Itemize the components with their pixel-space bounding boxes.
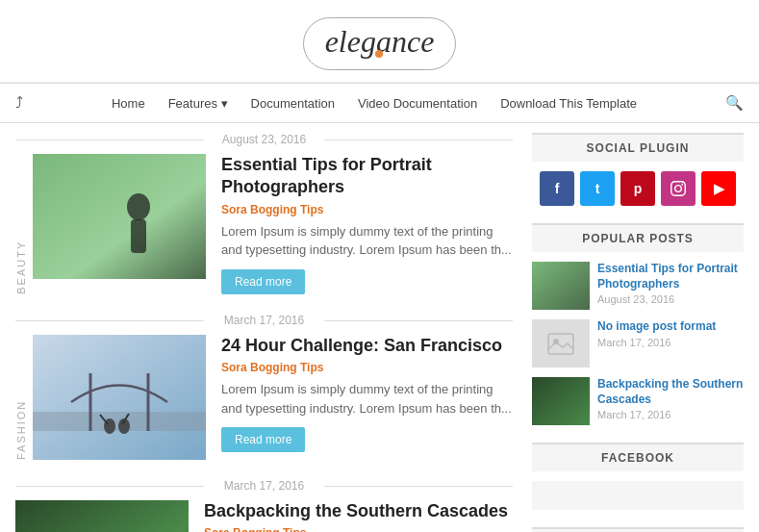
page-container: August 23, 2016 Beauty	[0, 123, 759, 532]
social-icons: f t p ▶	[532, 171, 744, 206]
article-image	[15, 500, 189, 532]
article-author: Sora Bogging Tips	[221, 203, 513, 216]
article-body: Backpacking the Southern Cascades Sora B…	[204, 500, 513, 532]
popular-post-item: Essential Tips for Portrait Photographer…	[532, 262, 744, 310]
popular-post-info: Essential Tips for Portrait Photographer…	[597, 262, 744, 305]
article-body: Essential Tips for Portrait Photographer…	[221, 154, 513, 294]
facebook-title: FACEBOOK	[532, 443, 744, 471]
category-label: Beauty	[15, 154, 27, 294]
navigation: ⤴ Home Features ▾ Documentation Video Do…	[0, 83, 759, 123]
popular-post-image	[532, 377, 590, 425]
popular-post-info: No image post format March 17, 2016	[597, 319, 716, 348]
social-plugin-section: SOCIAL PLUGIN f t p ▶	[532, 133, 744, 206]
popular-post-info: Backpacking the Southern Cascades March …	[597, 377, 744, 420]
pinterest-icon[interactable]: p	[620, 171, 655, 206]
popular-posts-section: POPULAR POSTS Essential	[532, 223, 744, 425]
article-card: March 17, 2016 Fashion	[15, 314, 513, 460]
popular-post-image-placeholder	[532, 319, 590, 367]
facebook-placeholder	[532, 481, 744, 510]
svg-rect-15	[532, 262, 590, 310]
article-date: March 17, 2016	[15, 479, 513, 493]
logo-area: elegance	[0, 0, 759, 83]
facebook-icon[interactable]: f	[540, 171, 574, 206]
popular-post-title[interactable]: Essential Tips for Portrait Photographer…	[597, 262, 744, 291]
popular-post-item: No image post format March 17, 2016	[532, 319, 744, 367]
article-author: Sora Bogging Tips	[221, 361, 513, 374]
share-icon[interactable]: ⤴	[15, 94, 23, 112]
article-card: March 17, 2016	[15, 479, 513, 532]
svg-rect-0	[33, 154, 206, 279]
nav-item-download[interactable]: Download This Template	[500, 95, 637, 111]
popular-post-item: Backpacking the Southern Cascades March …	[532, 377, 744, 425]
search-icon[interactable]: 🔍	[725, 94, 744, 112]
read-more-button[interactable]: Read more	[221, 269, 305, 294]
categories-section: CATEGORIES	[532, 527, 744, 532]
popular-post-title[interactable]: Backpacking the Southern Cascades	[597, 377, 744, 407]
popular-post-date: March 17, 2016	[597, 409, 744, 420]
article-image	[33, 335, 206, 460]
category-label: Fashion	[15, 335, 27, 460]
article-title: 24 Hour Challenge: San Francisco	[221, 335, 513, 357]
logo-text: elegance	[325, 24, 435, 60]
logo-dot	[375, 50, 383, 58]
popular-post-date: March 17, 2016	[597, 337, 716, 348]
popular-post-image	[532, 262, 590, 310]
svg-rect-18	[532, 377, 590, 425]
article-body: 24 Hour Challenge: San Francisco Sora Bo…	[221, 335, 513, 452]
categories-title: CATEGORIES	[532, 527, 744, 532]
svg-rect-11	[15, 500, 189, 532]
facebook-section: FACEBOOK	[532, 443, 744, 510]
article-excerpt: Lorem Ipsum is simply dummy text of the …	[221, 222, 513, 260]
svg-point-1	[127, 193, 150, 220]
svg-rect-16	[548, 334, 573, 354]
instagram-icon[interactable]	[661, 171, 696, 206]
nav-item-documentation[interactable]: Documentation	[251, 95, 335, 111]
popular-post-date: August 23, 2016	[597, 293, 744, 305]
article-author: Sora Bogging Tips	[204, 526, 513, 532]
popular-post-title[interactable]: No image post format	[597, 319, 716, 335]
nav-menu: Home Features ▾ Documentation Video Docu…	[112, 95, 637, 111]
article-excerpt: Lorem Ipsum is simply dummy text of the …	[221, 380, 513, 418]
read-more-button[interactable]: Read more	[221, 427, 305, 452]
nav-item-features[interactable]: Features ▾	[168, 95, 228, 111]
article-date: March 17, 2016	[15, 314, 513, 327]
twitter-icon[interactable]: t	[580, 171, 615, 206]
popular-posts-title: POPULAR POSTS	[532, 223, 744, 252]
svg-rect-3	[33, 335, 206, 460]
sidebar: SOCIAL PLUGIN f t p ▶ POPULAR POSTS	[532, 133, 744, 532]
article-title: Essential Tips for Portrait Photographer…	[221, 154, 513, 199]
nav-item-home[interactable]: Home	[112, 95, 145, 111]
article-image	[33, 154, 206, 279]
article-card: August 23, 2016 Beauty	[15, 133, 513, 294]
svg-rect-2	[131, 219, 146, 253]
main-content: August 23, 2016 Beauty	[15, 133, 513, 532]
social-plugin-title: SOCIAL PLUGIN	[532, 133, 744, 162]
logo-border: elegance	[303, 17, 457, 70]
article-date: August 23, 2016	[15, 133, 513, 146]
youtube-icon[interactable]: ▶	[701, 171, 736, 206]
article-title: Backpacking the Southern Cascades	[204, 500, 513, 522]
nav-item-video-doc[interactable]: Video Documentation	[358, 95, 477, 111]
